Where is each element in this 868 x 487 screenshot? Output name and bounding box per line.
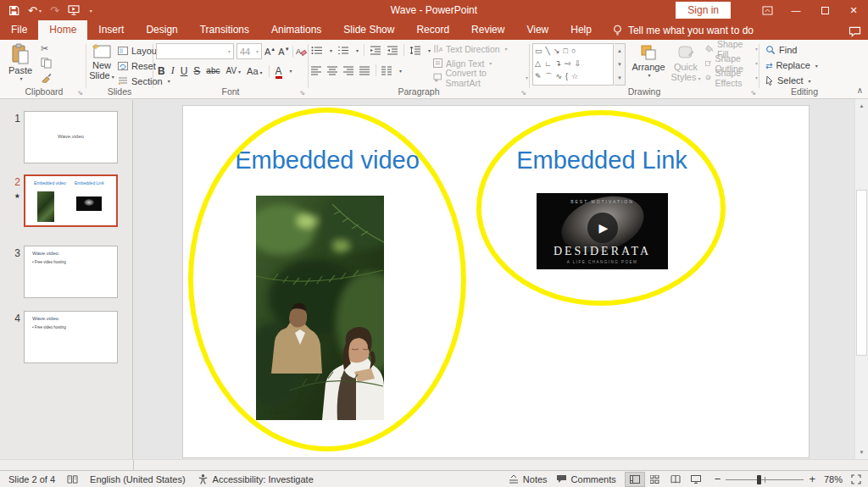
slide-4-mini-bullet: • Free video hosting (32, 325, 66, 329)
reset-icon (118, 62, 128, 70)
bullets-button[interactable] (311, 46, 323, 55)
strikethrough-button[interactable]: S (193, 65, 200, 77)
clear-formatting-button[interactable]: A (296, 47, 307, 57)
tell-me-box[interactable]: Tell me what you want to do (603, 20, 764, 40)
notes-button[interactable]: Notes (509, 474, 548, 484)
scrollbar-thumb[interactable] (856, 190, 867, 356)
arrange-button[interactable]: Arrange ▾ (629, 42, 668, 80)
tab-animations[interactable]: Animations (260, 20, 332, 40)
grow-font-mark-icon: ▲ (270, 47, 275, 52)
comments-icon (556, 474, 567, 484)
tab-help[interactable]: Help (559, 20, 603, 40)
character-spacing-button[interactable]: AV▾ (225, 66, 241, 75)
copy-icon (41, 58, 52, 69)
font-size-combo[interactable]: 44▾ (236, 43, 262, 59)
save-button[interactable] (8, 5, 19, 16)
restore-button[interactable] (810, 0, 839, 20)
drawing-dialog-launcher[interactable]: ⇘ (750, 89, 756, 97)
slide-2-thumbnail[interactable]: Embedded video Embedded Link (24, 174, 118, 227)
ribbon-display-options-button[interactable] (753, 0, 782, 20)
font-dialog-launcher[interactable]: ⇘ (299, 89, 305, 97)
undo-button[interactable]: ↶▾ (28, 4, 42, 17)
numbering-button[interactable] (337, 46, 349, 55)
convert-to-smartart-button[interactable]: Convert to SmartArt▾ (433, 71, 528, 84)
shape-effects-button[interactable]: Shape Effects▾ (705, 71, 758, 84)
align-right-button[interactable] (343, 66, 354, 75)
change-case-button[interactable]: Aa▾ (247, 66, 262, 76)
slide-canvas[interactable]: Embedded video Embedded Link (182, 105, 810, 458)
collapse-ribbon-button[interactable]: ∧ (857, 86, 863, 95)
justify-button[interactable] (359, 66, 370, 75)
shrink-font-button[interactable]: A▼ (278, 47, 289, 57)
start-from-beginning-button[interactable] (68, 5, 80, 15)
copy-button[interactable] (41, 58, 52, 69)
group-slides: New Slide▾ Layout▾ Reset Section▾ Slides (87, 42, 152, 97)
tab-insert[interactable]: Insert (87, 20, 135, 40)
scroll-up-button[interactable]: ▲ (855, 99, 868, 113)
font-name-combo[interactable]: ▾ (156, 43, 234, 59)
quick-access-toolbar: ↶▾ ↷ ▾ (0, 4, 92, 17)
find-button[interactable]: Find (765, 43, 818, 57)
vertical-scrollbar[interactable]: ▲ ▼ (854, 99, 868, 459)
clipboard-dialog-launcher[interactable]: ⇘ (77, 89, 83, 97)
spell-check-button[interactable] (67, 474, 78, 484)
close-button[interactable]: ✕ (839, 0, 868, 20)
ribbon-display-options-icon (762, 6, 773, 15)
fit-slide-button[interactable] (851, 474, 861, 484)
new-slide-button[interactable]: New Slide▾ (87, 42, 116, 84)
tab-transitions[interactable]: Transitions (189, 20, 260, 40)
paste-button[interactable]: Paste ▾ (5, 42, 36, 83)
slide-sorter-view-button[interactable] (645, 472, 665, 487)
tab-home[interactable]: Home (38, 20, 87, 40)
sign-in-button[interactable]: Sign in (676, 2, 731, 19)
tab-slide-show[interactable]: Slide Show (332, 20, 405, 40)
comments-toggle-button[interactable] (849, 26, 861, 37)
tab-view[interactable]: View (515, 20, 559, 40)
font-color-button[interactable]: A (275, 65, 282, 77)
reading-view-button[interactable] (665, 472, 686, 487)
bold-button[interactable]: B (158, 65, 165, 77)
replace-button[interactable]: ⇄ Replace▾ (765, 58, 818, 72)
tab-design[interactable]: Design (135, 20, 188, 40)
slide-4-thumbnail[interactable]: Wave.video • Free video hosting (24, 311, 118, 363)
decrease-indent-button[interactable] (370, 46, 381, 55)
shapes-gallery[interactable]: ▭╲↘□○ △∟↴⇨⇩ ✎⌒∿{☆ (532, 43, 614, 86)
minimize-button[interactable]: — (782, 0, 810, 20)
shapes-gallery-scroll[interactable]: ▲ ▼ ▼ (615, 43, 626, 86)
zoom-slider-thumb[interactable] (757, 475, 761, 484)
format-painter-button[interactable] (41, 72, 52, 83)
slide-2-mini-left-label: Embedded video (34, 180, 66, 185)
tab-file[interactable]: File (0, 20, 38, 40)
language-indicator[interactable]: English (United States) (90, 474, 186, 484)
quick-styles-button[interactable]: Quick Styles▾ (668, 42, 704, 86)
underline-button[interactable]: U (181, 65, 188, 77)
paragraph-dialog-launcher[interactable]: ⇘ (520, 89, 526, 97)
slide-3-thumbnail[interactable]: Wave.video • Free video hosting (24, 246, 118, 298)
align-center-button[interactable] (327, 66, 338, 75)
comments-button[interactable]: Comments (556, 474, 616, 484)
accessibility-checker[interactable]: Accessibility: Investigate (198, 473, 314, 484)
italic-button[interactable]: I (171, 64, 175, 77)
select-button[interactable]: Select▾ (765, 74, 818, 87)
normal-view-button[interactable] (625, 472, 645, 487)
zoom-in-button[interactable]: + (809, 473, 815, 485)
scroll-down-button[interactable]: ▼ (855, 445, 868, 459)
increase-indent-button[interactable] (387, 46, 398, 55)
grow-font-button[interactable]: A▲ (264, 47, 275, 57)
columns-button[interactable] (381, 66, 392, 75)
align-left-button[interactable] (311, 66, 322, 75)
redo-icon: ↷ (50, 4, 59, 17)
zoom-slider[interactable] (726, 474, 804, 484)
zoom-level[interactable]: 78% (824, 474, 843, 484)
strikethrough-abc-button[interactable]: abc (206, 66, 220, 75)
slide-show-view-button[interactable] (686, 472, 706, 487)
cut-button[interactable]: ✂ (41, 43, 52, 54)
line-spacing-button[interactable] (409, 46, 421, 55)
slide-1-thumbnail[interactable]: Wave.video (24, 111, 118, 163)
zoom-out-button[interactable]: − (715, 473, 721, 485)
text-direction-button[interactable]: A Text Direction▾ (433, 42, 528, 55)
customize-qat-button[interactable]: ▾ (88, 8, 92, 14)
tab-record[interactable]: Record (405, 20, 460, 40)
tab-review[interactable]: Review (460, 20, 515, 40)
redo-button[interactable]: ↷ (50, 4, 59, 17)
